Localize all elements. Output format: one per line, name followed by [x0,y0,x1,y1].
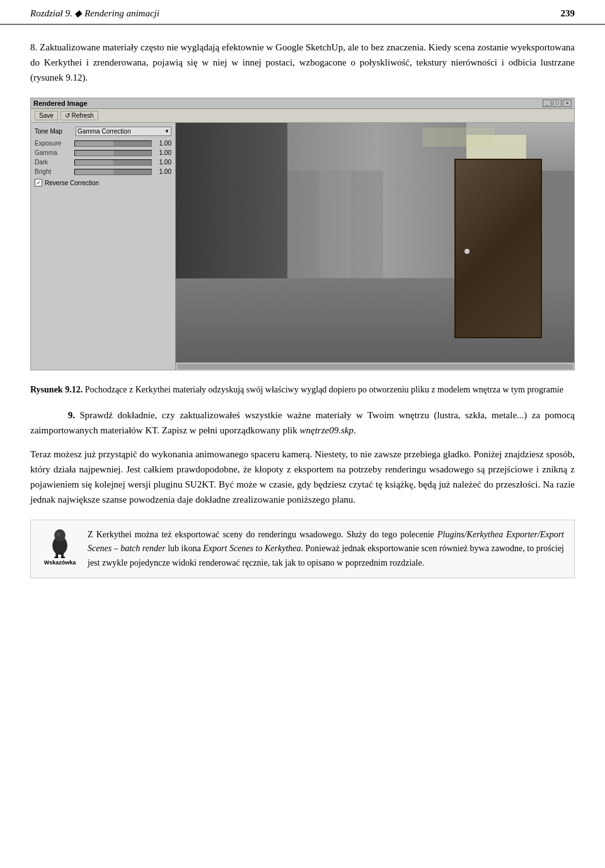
gamma-slider[interactable] [74,150,152,156]
scrollbar-track[interactable] [177,364,573,369]
tone-map-row: Tone Map Gamma Correction ▼ [35,127,171,136]
tip-text-1: Z Kerkythei można też eksportować sceny … [88,530,437,539]
bright-value: 1.00 [154,168,171,175]
window-toolbar: Save ↺ Refresh [31,109,574,123]
dark-label: Dark [35,159,72,166]
tip-icon: Wskazówka [41,528,79,566]
window-titlebar: Rendered Image _ □ × [31,98,574,109]
svg-rect-10 [54,557,59,558]
minimize-button[interactable]: _ [543,100,551,107]
figure-caption: Rysunek 9.12. Pochodzące z Kerkythei mat… [30,383,575,396]
bright-fill [75,169,113,174]
tip-italic-2: Export Scenes to Kerkythea [203,544,301,553]
gamma-label: Gamma [35,149,72,156]
tip-label: Wskazówka [44,559,76,566]
bright-slider[interactable] [74,169,152,175]
window-title: Rendered Image [33,100,88,107]
step-9-italic: wnętrze09.skp [300,425,354,435]
gamma-value: 1.00 [154,149,171,156]
left-control-panel: Tone Map Gamma Correction ▼ Exposure 1.0… [31,123,176,370]
svg-rect-2 [351,171,383,278]
paragraph-1: 8. Zaktualizowane materiały często nie w… [30,40,575,85]
exposure-slider-row: Exposure 1.00 [35,140,171,147]
tone-map-label: Tone Map [35,128,76,135]
svg-point-7 [57,532,60,537]
chapter-title: Rozdział 9. ◆ Rendering animacji [30,8,159,19]
dark-value: 1.00 [154,159,171,166]
tone-map-value: Gamma Correction [78,128,130,135]
svg-rect-11 [60,557,65,558]
step-9: 9. Sprawdź dokładnie, czy zaktualizowałe… [30,408,575,438]
page-header: Rozdział 9. ◆ Rendering animacji 239 [0,0,605,25]
exposure-slider[interactable] [74,140,152,147]
rendered-image-window: Rendered Image _ □ × Save ↺ Refresh Tone… [30,98,575,370]
maximize-button[interactable]: □ [553,100,562,107]
paragraph-2-text: Teraz możesz już przystąpić do wykonania… [30,449,575,505]
svg-rect-0 [287,171,320,278]
svg-rect-4 [423,128,495,147]
figure-caption-text: Pochodzące z Kerkythei materiały odzysku… [85,385,563,394]
exposure-label: Exposure [35,140,72,147]
dark-slider[interactable] [74,159,152,166]
step-9-number: 9. [68,410,75,420]
render-overlay [176,123,574,362]
reverse-correction-label: Reverse Correction [45,180,99,186]
page-number: 239 [561,8,575,19]
paragraph-2: Teraz możesz już przystąpić do wykonania… [30,447,575,507]
dropdown-arrow-icon: ▼ [164,128,170,134]
tip-box: Wskazówka Z Kerkythei można też eksporto… [30,520,575,578]
paragraph-1-text: 8. Zaktualizowane materiały często nie w… [30,42,575,83]
tip-text-2: lub ikona [166,544,204,553]
tip-content: Z Kerkythei można też eksportować sceny … [88,528,564,570]
reverse-correction-checkbox[interactable]: ✓ [35,179,42,186]
figure-caption-bold: Rysunek 9.12. [30,385,83,394]
main-content: 8. Zaktualizowane materiały często nie w… [0,40,605,578]
room-render-image [176,123,574,362]
gamma-fill [75,151,113,156]
gamma-slider-row: Gamma 1.00 [35,149,171,156]
reverse-correction-row: ✓ Reverse Correction [35,179,171,186]
dark-fill [75,160,113,165]
svg-rect-1 [320,171,352,278]
bright-label: Bright [35,168,72,175]
panel-container: Tone Map Gamma Correction ▼ Exposure 1.0… [31,123,574,370]
bottom-scrollbar[interactable] [176,362,574,370]
tone-map-dropdown[interactable]: Gamma Correction ▼ [76,127,171,136]
refresh-button[interactable]: ↺ Refresh [60,111,98,120]
step-9-end: . [354,425,356,435]
exposure-value: 1.00 [154,140,171,147]
render-area [176,123,574,370]
wskazowka-icon [44,528,76,558]
dark-slider-row: Dark 1.00 [35,159,171,166]
window-controls[interactable]: _ □ × [543,100,572,107]
save-button[interactable]: Save [35,111,58,120]
bright-slider-row: Bright 1.00 [35,168,171,175]
exposure-fill [75,141,113,146]
close-button[interactable]: × [563,100,572,107]
